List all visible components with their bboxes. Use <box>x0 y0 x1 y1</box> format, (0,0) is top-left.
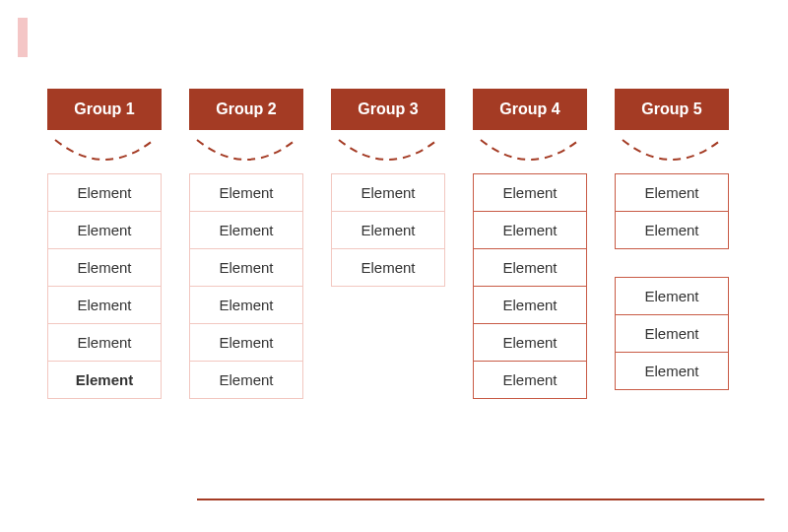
dashed-arc-icon <box>47 130 162 173</box>
group-header: Group 3 <box>331 89 445 130</box>
element-cell: Element <box>47 211 162 249</box>
element-cell: Element <box>47 323 162 362</box>
element-cell: Element <box>331 173 445 212</box>
group-header: Group 4 <box>473 89 587 130</box>
dashed-arc-icon <box>189 130 303 173</box>
dashed-arc-icon <box>331 130 445 173</box>
element-cell: Element <box>615 277 729 315</box>
element-cell: Element <box>473 361 587 399</box>
group-column-2: Group 2 Element Element Element Element … <box>189 89 303 399</box>
dashed-arc-icon <box>615 130 729 173</box>
group-header: Group 5 <box>615 89 729 130</box>
group-column-1: Group 1 Element Element Element Element … <box>47 89 162 399</box>
element-cell: Element <box>47 361 162 399</box>
element-cell: Element <box>189 248 303 287</box>
group-column-5: Group 5 Element Element Element Element … <box>615 89 729 399</box>
columns-container: Group 1 Element Element Element Element … <box>47 89 729 399</box>
element-cell: Element <box>47 173 162 212</box>
element-cell: Element <box>615 211 729 249</box>
bottom-rule <box>197 499 764 500</box>
element-cell: Element <box>189 361 303 399</box>
element-cell: Element <box>473 323 587 362</box>
element-cell: Element <box>473 211 587 249</box>
element-cell: Element <box>615 314 729 353</box>
dashed-arc-icon <box>473 130 587 173</box>
element-cell: Element <box>331 211 445 249</box>
element-cell: Element <box>615 352 729 390</box>
section-gap <box>615 249 729 277</box>
element-cell: Element <box>47 286 162 324</box>
element-cell: Element <box>473 173 587 212</box>
accent-bar <box>18 18 28 57</box>
element-cell: Element <box>189 286 303 324</box>
element-cell: Element <box>47 248 162 287</box>
element-cell: Element <box>473 286 587 324</box>
element-cell: Element <box>189 211 303 249</box>
group-column-3: Group 3 Element Element Element <box>331 89 445 399</box>
element-cell: Element <box>189 323 303 362</box>
group-header: Group 1 <box>47 89 162 130</box>
group-column-4: Group 4 Element Element Element Element … <box>473 89 587 399</box>
element-cell: Element <box>189 173 303 212</box>
element-cell: Element <box>473 248 587 287</box>
element-cell: Element <box>331 248 445 287</box>
element-cell: Element <box>615 173 729 212</box>
group-header: Group 2 <box>189 89 303 130</box>
